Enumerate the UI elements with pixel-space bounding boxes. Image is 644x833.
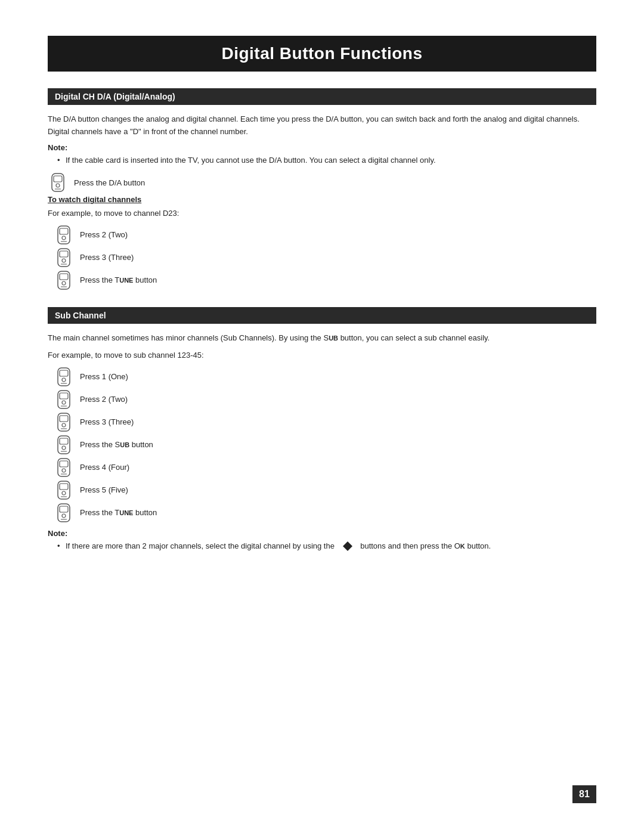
step-row: Press 3 (Three) bbox=[54, 247, 596, 268]
svg-point-38 bbox=[62, 491, 66, 495]
step-row: Press 3 (Three) bbox=[54, 412, 596, 432]
step-text: Press the TUNE button bbox=[80, 507, 157, 519]
section1-example-text: For example, to move to channel D23: bbox=[48, 208, 596, 220]
buttons-text: buttons bbox=[360, 541, 386, 550]
svg-point-6 bbox=[62, 236, 66, 240]
step-text: Press 5 (Five) bbox=[80, 484, 128, 496]
remote-button-icon bbox=[54, 225, 74, 245]
svg-rect-29 bbox=[60, 438, 68, 444]
page-title: Digital Button Functions bbox=[48, 36, 596, 72]
section1-steps: Press 2 (Two) Press 3 (Three) bbox=[54, 225, 596, 290]
svg-point-42 bbox=[62, 514, 66, 518]
svg-point-14 bbox=[62, 281, 66, 285]
svg-rect-9 bbox=[60, 251, 68, 257]
svg-rect-13 bbox=[60, 274, 68, 280]
svg-rect-21 bbox=[60, 393, 68, 399]
section2-note-item: If there are more than 2 major channels,… bbox=[57, 540, 596, 553]
svg-marker-44 bbox=[343, 541, 352, 546]
step-row: Press the SUB button bbox=[54, 435, 596, 455]
remote-button-icon bbox=[48, 172, 68, 193]
step-text: Press 3 (Three) bbox=[80, 252, 134, 264]
svg-point-30 bbox=[62, 446, 66, 450]
page-wrapper: Digital Button Functions Digital CH D/A … bbox=[0, 0, 644, 833]
step-text: Press 2 (Two) bbox=[80, 394, 128, 405]
section2-note-list: If there are more than 2 major channels,… bbox=[48, 540, 596, 553]
section1-note-list: If the cable card is inserted into the T… bbox=[48, 154, 596, 167]
section2-header: Sub Channel bbox=[48, 307, 596, 324]
step-row: Press 1 (One) bbox=[54, 367, 596, 387]
remote-button-icon bbox=[54, 270, 74, 290]
to-watch-label: To watch digital channels bbox=[48, 195, 596, 204]
remote-button-icon bbox=[54, 247, 74, 268]
svg-point-18 bbox=[62, 378, 66, 382]
svg-rect-17 bbox=[60, 370, 68, 376]
step-row: Press 4 (Four) bbox=[54, 457, 596, 478]
channel-arrows-icon bbox=[339, 540, 356, 552]
svg-rect-37 bbox=[60, 484, 68, 490]
step-text: Press the SUB button bbox=[80, 439, 153, 451]
svg-rect-5 bbox=[60, 228, 68, 234]
svg-point-22 bbox=[62, 401, 66, 404]
svg-rect-25 bbox=[60, 416, 68, 422]
remote-button-icon bbox=[54, 435, 74, 455]
step-text: Press 1 (One) bbox=[80, 371, 128, 383]
da-button-row: Press the D/A button bbox=[48, 172, 596, 193]
remote-button-icon bbox=[54, 389, 74, 410]
remote-button-icon bbox=[54, 367, 74, 387]
section1-note-item: If the cable card is inserted into the T… bbox=[57, 154, 596, 167]
svg-rect-1 bbox=[54, 176, 62, 182]
svg-point-34 bbox=[62, 469, 66, 472]
step-text: Press 2 (Two) bbox=[80, 229, 128, 241]
step-text: Press 3 (Three) bbox=[80, 416, 134, 428]
remote-button-icon bbox=[54, 503, 74, 523]
step-row: Press 2 (Two) bbox=[54, 225, 596, 245]
step-row: Press 5 (Five) bbox=[54, 480, 596, 500]
svg-rect-41 bbox=[60, 506, 68, 512]
section1-note-label: Note: bbox=[48, 143, 596, 152]
svg-rect-33 bbox=[60, 461, 68, 467]
svg-point-10 bbox=[62, 259, 66, 262]
section-digital-da: Digital CH D/A (Digital/Analog) The D/A … bbox=[48, 88, 596, 290]
step-row: Press 2 (Two) bbox=[54, 389, 596, 410]
section2-example-text: For example, to move to sub channel 123-… bbox=[48, 349, 596, 362]
step-text: Press the TUNE button bbox=[80, 274, 157, 286]
step-text: Press 4 (Four) bbox=[80, 462, 129, 473]
svg-marker-45 bbox=[343, 546, 352, 551]
da-button-text: Press the D/A button bbox=[74, 177, 145, 189]
svg-point-2 bbox=[56, 184, 60, 187]
section2-note-label: Note: bbox=[48, 529, 596, 538]
svg-point-26 bbox=[62, 423, 66, 427]
step-row: Press the TUNE button bbox=[54, 503, 596, 523]
section1-description: The D/A button changes the analog and di… bbox=[48, 113, 596, 138]
page-number: 81 bbox=[572, 785, 596, 803]
section2-steps: Press 1 (One) Press 2 (Two) bbox=[54, 367, 596, 523]
step-row: Press the TUNE button bbox=[54, 270, 596, 290]
section1-header: Digital CH D/A (Digital/Analog) bbox=[48, 88, 596, 105]
remote-button-icon bbox=[54, 480, 74, 500]
section-sub-channel: Sub Channel The main channel sometimes h… bbox=[48, 307, 596, 552]
remote-button-icon bbox=[54, 412, 74, 432]
remote-button-icon bbox=[54, 457, 74, 478]
section2-description: The main channel sometimes has minor cha… bbox=[48, 332, 596, 345]
